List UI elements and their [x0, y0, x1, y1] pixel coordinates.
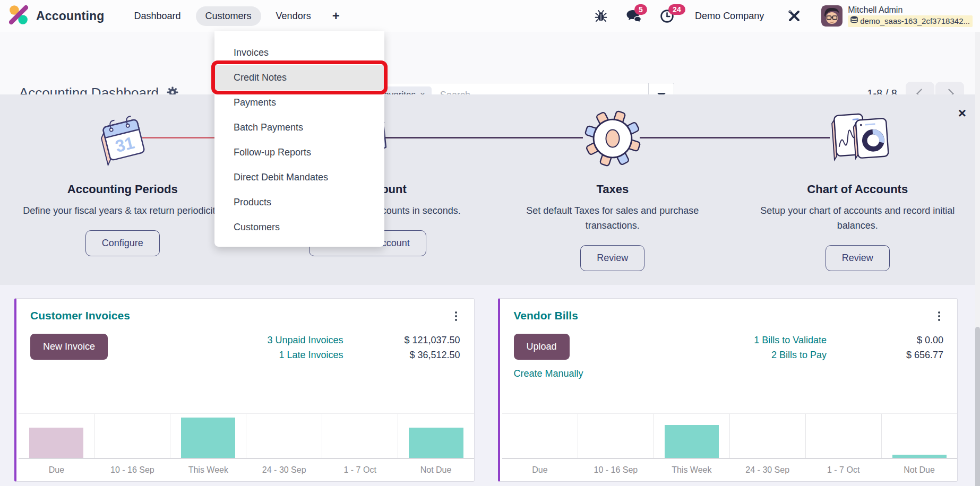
tools-icon[interactable] [787, 8, 802, 23]
chart-bar[interactable] [892, 455, 947, 458]
chat-badge: 5 [634, 4, 647, 15]
unpaid-invoices-amount: $ 121,037.50 [343, 335, 460, 346]
step-title: Chart of Accounts [807, 183, 908, 196]
chart-slot [730, 414, 806, 458]
step-title: Taxes [596, 183, 629, 196]
vertical-scrollbar[interactable] [975, 32, 980, 486]
review-taxes-button[interactable]: Review [580, 245, 644, 271]
chart-x-axis-labels: Due10 - 16 SepThis Week24 - 30 Sep1 - 7 … [502, 459, 958, 481]
chart-bar[interactable] [665, 425, 719, 458]
nav-item-dashboard[interactable]: Dashboard [125, 6, 191, 26]
gear-illustration-icon [582, 107, 643, 170]
chart-bar[interactable] [409, 428, 463, 458]
activity-badge: 24 [668, 4, 685, 15]
stat-row: 1 Late Invoices $ 36,512.50 [184, 350, 460, 361]
card-title-customer-invoices[interactable]: Customer Invoices [30, 309, 130, 322]
onboarding-step-taxes: Taxes Set default Taxes for sales and pu… [490, 94, 735, 285]
create-manually-link[interactable]: Create Manually [514, 368, 583, 379]
onboarding-step-accounting-periods: 31 Accounting Periods Define your fiscal… [0, 94, 245, 285]
nav-item-vendors[interactable]: Vendors [267, 6, 321, 26]
chat-icon[interactable]: 5 [626, 9, 642, 23]
calendar-illustration-icon: 31 [92, 107, 153, 170]
chart-slot [322, 414, 398, 458]
customer-invoices-bar-chart: Due10 - 16 SepThis Week24 - 30 Sep1 - 7 … [19, 413, 474, 481]
database-badge[interactable]: demo_saas-163_2cf3718342... [848, 15, 973, 27]
configure-button[interactable]: Configure [85, 230, 160, 256]
nav-add-menu-button[interactable]: + [326, 7, 346, 24]
database-icon [850, 16, 858, 27]
menu-item-direct-debit-mandates[interactable]: Direct Debit Mandates [214, 165, 384, 190]
scrollbar-thumb[interactable] [975, 327, 980, 486]
app-name: Accounting [36, 9, 105, 23]
top-navbar: Accounting Dashboard Customers Vendors + [0, 0, 980, 32]
step-description: Define your fiscal years & tax return pe… [23, 204, 222, 219]
upload-button[interactable]: Upload [514, 334, 570, 360]
step-description: Setup your chart of accounts and record … [743, 204, 972, 233]
chart-slot [94, 414, 170, 458]
chart-slot [246, 414, 322, 458]
menu-item-credit-notes[interactable]: Credit Notes [214, 65, 384, 90]
menu-item-invoices[interactable]: Invoices [214, 40, 384, 65]
avatar [821, 5, 843, 27]
new-invoice-button[interactable]: New Invoice [30, 334, 108, 360]
late-invoices-link[interactable]: 1 Late Invoices [184, 350, 343, 361]
chart-slot [502, 414, 578, 458]
menu-item-follow-up-reports[interactable]: Follow-up Reports [214, 140, 384, 165]
stat-row: 3 Unpaid Invoices $ 121,037.50 [184, 335, 460, 346]
chart-bar[interactable] [29, 428, 83, 458]
menu-item-products[interactable]: Products [214, 190, 384, 215]
accounting-app-logo-icon [7, 4, 30, 28]
step-description: Set default Taxes for sales and purchase… [498, 204, 727, 233]
menu-item-batch-payments[interactable]: Batch Payments [214, 115, 384, 140]
company-switcher[interactable]: Demo Company [695, 11, 764, 22]
onboarding-banner: 31 Accounting Periods Define your fiscal… [0, 94, 980, 285]
kebab-menu-icon[interactable] [935, 309, 943, 323]
bills-to-validate-link[interactable]: 1 Bills to Validate [667, 335, 827, 346]
chart-x-axis-labels: Due10 - 16 SepThis Week24 - 30 Sep1 - 7 … [19, 459, 474, 481]
step-title: Accounting Periods [67, 183, 178, 196]
vendor-bills-card: Vendor Bills Upload Create Manually 1 Bi… [498, 298, 958, 482]
chart-bar[interactable] [181, 418, 235, 458]
chart-cards-illustration-icon [824, 107, 890, 170]
menu-item-customers[interactable]: Customers [214, 215, 384, 240]
bills-to-pay-link[interactable]: 2 Bills to Pay [667, 350, 827, 361]
customers-dropdown-menu: Invoices Credit Notes Payments Batch Pay… [214, 31, 384, 247]
control-panel: Accounting Dashboard [0, 32, 980, 94]
chart-slot [654, 414, 730, 458]
bug-icon[interactable] [594, 9, 608, 23]
chart-slot [882, 414, 957, 458]
stat-row: 1 Bills to Validate $ 0.00 [667, 335, 943, 346]
customer-invoices-card: Customer Invoices New Invoice 3 Unpaid I… [14, 298, 475, 482]
kebab-menu-icon[interactable] [452, 309, 460, 323]
user-name: Mitchell Admin [848, 5, 973, 15]
app-brand[interactable]: Accounting [7, 4, 105, 28]
user-menu[interactable]: Mitchell Admin demo_saas-163_2cf3718342.… [821, 5, 973, 27]
nav-item-customers[interactable]: Customers [196, 6, 261, 26]
card-title-vendor-bills[interactable]: Vendor Bills [514, 309, 578, 322]
main-menu: Dashboard Customers Vendors + [125, 6, 346, 26]
bills-to-validate-amount: $ 0.00 [827, 335, 943, 346]
review-chart-of-accounts-button[interactable]: Review [826, 245, 890, 271]
unpaid-invoices-link[interactable]: 3 Unpaid Invoices [184, 335, 343, 346]
late-invoices-amount: $ 36,512.50 [343, 350, 460, 361]
stat-row: 2 Bills to Pay $ 656.77 [667, 350, 943, 361]
chart-slot [19, 414, 94, 458]
chart-slot [170, 414, 246, 458]
onboarding-step-chart-of-accounts: Chart of Accounts Setup your chart of ac… [735, 94, 980, 285]
activity-clock-icon[interactable]: 24 [660, 9, 674, 23]
menu-item-payments[interactable]: Payments [214, 90, 384, 115]
chart-slot [398, 414, 474, 458]
chart-slot [806, 414, 882, 458]
bills-to-pay-amount: $ 656.77 [827, 350, 943, 361]
navbar-right: 5 24 Demo Company [585, 5, 973, 27]
dashboard-cards: Customer Invoices New Invoice 3 Unpaid I… [0, 298, 980, 482]
vendor-bills-bar-chart: Due10 - 16 SepThis Week24 - 30 Sep1 - 7 … [502, 413, 958, 481]
close-icon[interactable]: × [958, 106, 966, 120]
chart-slot [578, 414, 654, 458]
database-name: demo_saas-163_2cf3718342... [860, 16, 970, 27]
